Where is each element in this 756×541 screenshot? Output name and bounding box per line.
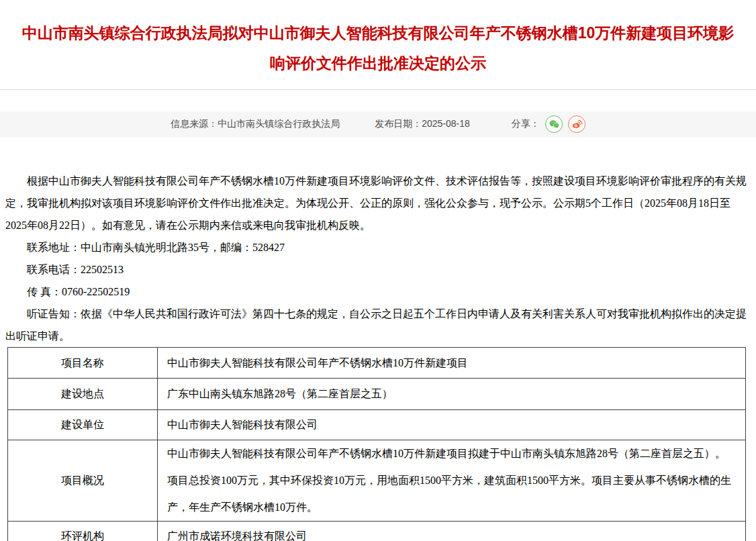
- row-value: 中山市御夫人智能科技有限公司: [158, 409, 746, 440]
- table-row-project-name: 项目名称 中山市御夫人智能科技有限公司年产不锈钢水槽10万件新建项目: [8, 347, 746, 378]
- paragraph-contact-phone: 联系电话：22502513: [5, 258, 751, 281]
- share-group: 分享：: [512, 115, 585, 133]
- paragraph-intro: 根据中山市御夫人智能科技有限公司年产不锈钢水槽10万件新建项目环境影响评价文件、…: [5, 170, 751, 236]
- paragraph-hearing-notice: 听证告知：依据《中华人民共和国行政许可法》第四十七条的规定，自公示之日起五个工作…: [5, 303, 751, 347]
- announcement-body: 根据中山市御夫人智能科技有限公司年产不锈钢水槽10万件新建项目环境影响评价文件、…: [0, 138, 756, 541]
- announcement-page: 中山市南头镇综合行政执法局拟对中山市御夫人智能科技有限公司年产不锈钢水槽10万件…: [0, 10, 756, 541]
- page-title: 中山市南头镇综合行政执法局拟对中山市御夫人智能科技有限公司年产不锈钢水槽10万件…: [0, 10, 756, 79]
- info-source-value: 中山市南头镇综合行政执法局: [218, 118, 340, 129]
- row-value: 广州市成诺环境科技有限公司: [158, 521, 746, 541]
- paragraph-fax: 传 真：0760-22502519: [5, 281, 751, 303]
- paragraph-contact-address: 联系地址：中山市南头镇光明北路35号，邮编：528427: [5, 236, 751, 258]
- info-source: 信息来源：中山市南头镇综合行政执法局: [171, 118, 340, 130]
- table-row-overview: 项目概况 中山市御夫人智能科技有限公司年产不锈钢水槽10万件新建项目拟建于中山市…: [8, 440, 746, 521]
- row-value: 中山市御夫人智能科技有限公司年产不锈钢水槽10万件新建项目: [158, 347, 746, 378]
- table-row-location: 建设地点 广东中山南头镇东旭路28号（第二座首层之五）: [8, 378, 746, 409]
- row-label: 项目名称: [8, 347, 158, 378]
- page-title-line-2: 响评价文件作出批准决定的公示: [0, 48, 756, 79]
- wechat-share-button[interactable]: [545, 115, 563, 133]
- publish-date-label: 发布日期：: [375, 118, 422, 129]
- row-label: 建设地点: [8, 378, 158, 409]
- row-value: 广东中山南头镇东旭路28号（第二座首层之五）: [158, 378, 746, 409]
- publish-date-value: 2025-08-18: [422, 118, 470, 129]
- page-title-line-1: 中山市南头镇综合行政执法局拟对中山市御夫人智能科技有限公司年产不锈钢水槽10万件…: [0, 18, 756, 48]
- info-table: 项目名称 中山市御夫人智能科技有限公司年产不锈钢水槽10万件新建项目 建设地点 …: [7, 347, 746, 541]
- info-source-label: 信息来源：: [171, 118, 218, 129]
- share-label: 分享：: [512, 118, 540, 130]
- table-row-builder: 建设单位 中山市御夫人智能科技有限公司: [8, 409, 746, 440]
- row-label: 环评机构: [8, 521, 158, 541]
- table-row-eia-agency: 环评机构 广州市成诺环境科技有限公司: [8, 521, 746, 541]
- weibo-share-button[interactable]: [568, 115, 585, 133]
- row-label: 建设单位: [8, 409, 158, 440]
- row-value: 中山市御夫人智能科技有限公司年产不锈钢水槽10万件新建项目拟建于中山市南头镇东旭…: [158, 440, 746, 521]
- publish-date: 发布日期：2025-08-18: [375, 118, 470, 130]
- title-divider: [0, 89, 756, 90]
- meta-bar: 信息来源：中山市南头镇综合行政执法局 发布日期：2025-08-18 分享：: [0, 111, 756, 138]
- row-label: 项目概况: [8, 440, 158, 521]
- wechat-icon: [547, 117, 561, 131]
- weibo-icon: [570, 117, 583, 131]
